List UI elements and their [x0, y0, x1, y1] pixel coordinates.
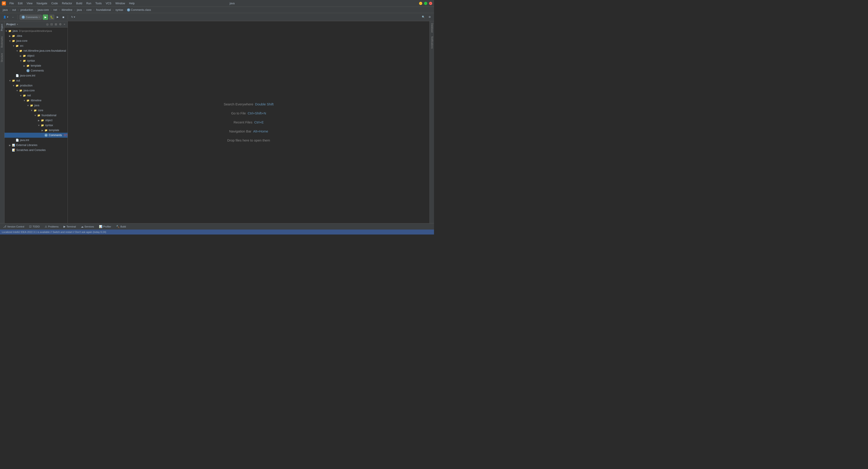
back-button[interactable]: ←	[11, 15, 16, 20]
tree-syntax-src[interactable]: ▼ 📁 syntax	[4, 58, 67, 63]
close-button[interactable]: ×	[429, 2, 432, 5]
menu-code[interactable]: Code	[50, 1, 60, 5]
breadcrumb-foundational[interactable]: foundational	[95, 8, 112, 12]
tree-java-iml[interactable]: 📄 java.iml	[4, 138, 67, 143]
tree-ittimeline-out[interactable]: ▼ 📁 ittimeline	[4, 98, 67, 103]
tree-idea[interactable]: ▶ 📁 .idea	[4, 33, 67, 38]
minimize-button[interactable]: −	[419, 2, 422, 5]
breadcrumb-net[interactable]: net	[53, 8, 58, 12]
tree-label-java-core-out: java-core	[24, 89, 35, 92]
tree-label-syntax-out: syntax	[45, 124, 53, 127]
tree-object-src[interactable]: ▶ 📁 object	[4, 53, 67, 58]
terminal-icon: ▶	[63, 225, 65, 228]
breadcrumb-core[interactable]: core	[85, 8, 92, 12]
services-tab[interactable]: ☁ Services	[79, 224, 96, 229]
hint-go-to-file: Go to File Ctrl+Shift+N	[231, 110, 266, 116]
bookmarks-tab[interactable]: Bookmarks	[0, 34, 4, 50]
collapse-button[interactable]: ⊟	[50, 22, 53, 26]
menu-vcs[interactable]: VCS	[104, 1, 113, 5]
breadcrumb-out[interactable]: out	[11, 8, 17, 12]
tree-java-core-out[interactable]: ▼ 📁 java-core	[4, 88, 67, 93]
tree-template-out[interactable]: ▶ 📁 template	[4, 128, 67, 133]
panel-title: Project	[6, 23, 16, 26]
tree-java-core-iml[interactable]: 📄 java-core.iml	[4, 73, 67, 78]
folder-java-out-icon: 📁	[30, 104, 33, 107]
menu-help[interactable]: Help	[127, 1, 136, 5]
notifications-tab[interactable]: Notifications	[430, 35, 434, 50]
build-tab[interactable]: 🔨 Build	[114, 224, 128, 229]
panel-header-actions: ◎ ⊟ ⊞ ⚙ ×	[45, 22, 66, 26]
breadcrumb-java[interactable]: java	[2, 8, 8, 12]
run-button[interactable]: ▶	[43, 14, 48, 20]
arrow-java-core: ▼	[8, 40, 12, 42]
breadcrumb-ittimeline[interactable]: ittimeline	[61, 8, 73, 12]
tree-external-libraries[interactable]: ▶ 📊 External Libraries	[4, 143, 67, 147]
tree-object-out[interactable]: ▶ 📁 object	[4, 118, 67, 123]
project-tab[interactable]: Project	[0, 21, 4, 34]
profile-button[interactable]: 👤 ▾	[2, 15, 10, 20]
terminal-tab[interactable]: ▶ Terminal	[61, 224, 78, 229]
tree-pkg[interactable]: ▼ 📁 net.ittimeline.java.core.foundationa…	[4, 48, 67, 53]
tree-syntax-out[interactable]: ▼ 📁 syntax	[4, 123, 67, 128]
locate-button[interactable]: ◎	[45, 22, 49, 26]
menu-refactor[interactable]: Refactor	[60, 1, 74, 5]
profiler-tab[interactable]: 📊 Profiler	[97, 224, 114, 229]
profiler-label: Profiler	[103, 225, 111, 228]
close-panel-button[interactable]: ×	[63, 22, 66, 26]
debug-button[interactable]: 🐛	[49, 14, 55, 20]
tree-label-java-iml: java.iml	[20, 139, 29, 142]
todo-tab[interactable]: ☑ TODO	[27, 224, 42, 229]
search-everywhere-button[interactable]: 🔍	[421, 15, 426, 20]
problems-tab[interactable]: ⚠ Problems	[42, 224, 61, 229]
menu-window[interactable]: Window	[114, 1, 127, 5]
menu-run[interactable]: Run	[85, 1, 93, 5]
tree-production[interactable]: ▼ 📁 production	[4, 83, 67, 88]
breadcrumb-java-core[interactable]: java-core	[37, 8, 50, 12]
tree-java-out[interactable]: ▼ 📁 java	[4, 103, 67, 108]
tree-core-out[interactable]: ▼ 📁 core	[4, 108, 67, 113]
tree-src[interactable]: ▼ 📁 src	[4, 43, 67, 48]
settings-button[interactable]: ⚙	[427, 15, 432, 20]
database-tab[interactable]: Database	[430, 21, 434, 35]
run-configuration[interactable]: C Comments ▾	[20, 15, 42, 20]
tree-comments-src[interactable]: C Comments	[4, 68, 67, 73]
stop-button[interactable]: ⏹	[61, 15, 66, 20]
breadcrumb-syntax[interactable]: syntax	[115, 8, 124, 12]
menu-build[interactable]: Build	[74, 1, 84, 5]
arrow-src: ▼	[12, 45, 16, 47]
tree-comments-selected[interactable]: C Comments 字节码文件	[4, 133, 67, 138]
breadcrumb-production[interactable]: production	[20, 8, 34, 12]
expand-button[interactable]: ⊞	[54, 22, 58, 26]
tree-java-core[interactable]: ▼ 📁 java-core	[4, 38, 67, 43]
structure-tab[interactable]: Structure	[0, 50, 4, 65]
menu-view[interactable]: View	[25, 1, 34, 5]
tree-scratches[interactable]: 📝 Scratches and Consoles	[4, 147, 67, 153]
arrow-template-out: ▶	[41, 129, 44, 132]
menu-edit[interactable]: Edit	[16, 1, 24, 5]
panel-settings-button[interactable]: ⚙	[59, 22, 62, 26]
hint-search-everywhere: Search Everywhere Double Shift	[224, 102, 274, 107]
breadcrumb-java2[interactable]: java	[76, 8, 83, 12]
tree-template-src[interactable]: ▶ 📁 template	[4, 63, 67, 68]
arrow-ittimeline-out: ▼	[23, 99, 26, 102]
menu-file[interactable]: File	[8, 1, 16, 5]
folder-pkg-icon: 📁	[19, 49, 23, 53]
panel-header: Project ▾ ◎ ⊟ ⊞ ⚙ ×	[4, 21, 67, 28]
project-tree: ▼ 📁 java D:\projects\java\ittimeline\jav…	[4, 28, 67, 223]
maximize-button[interactable]: □	[424, 2, 427, 5]
folder-out-icon: 📁	[12, 79, 16, 82]
arrow-syntax-src: ▼	[19, 60, 23, 62]
tree-net-out[interactable]: ▼ 📁 net	[4, 93, 67, 98]
run-with-coverage-button[interactable]: ▶	[55, 15, 60, 20]
status-message: Localized IntelliJ IDEA 2022.3.1 is avai…	[2, 231, 106, 233]
tree-label-out: out	[16, 79, 20, 82]
tree-foundational-out[interactable]: ▼ 📁 foundational	[4, 113, 67, 118]
update-button[interactable]: ↻ ▾	[70, 15, 76, 20]
right-sidebar: Database Notifications	[430, 21, 434, 223]
menu-tools[interactable]: Tools	[94, 1, 103, 5]
menu-navigate[interactable]: Navigate	[35, 1, 49, 5]
panel-dropdown-icon: ▾	[17, 23, 18, 26]
version-control-tab[interactable]: ⎇ Version Control	[1, 224, 26, 229]
tree-out[interactable]: ▼ 📁 out	[4, 78, 67, 83]
tree-root[interactable]: ▼ 📁 java D:\projects\java\ittimeline\jav…	[4, 28, 67, 33]
